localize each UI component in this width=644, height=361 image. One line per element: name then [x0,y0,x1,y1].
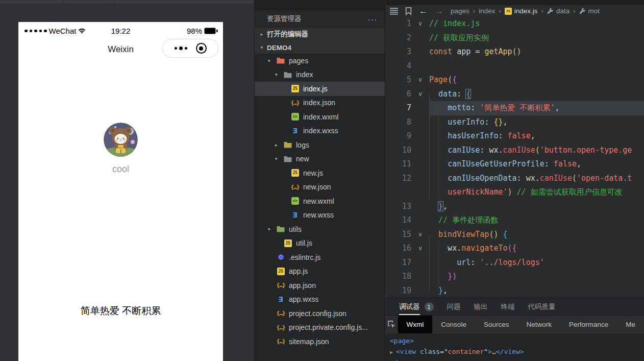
chevron-down-icon[interactable]: ▾ [275,72,283,77]
tree-item-project.config.json[interactable]: {…}project.config.json [255,306,385,321]
tree-item-new.wxss[interactable]: Ǝnew.wxss [255,208,385,223]
code-line-14[interactable]: 14 // 事件处理函数 [386,213,644,228]
tree-item-new.wxml[interactable]: <>new.wxml [255,194,385,208]
fold-chevron-icon[interactable]: ∨ [411,228,429,242]
tree-item-app.json[interactable]: {…}app.json [255,278,385,293]
code-line-2[interactable]: 2// 获取应用实例 [386,31,644,45]
tree-item-new.js[interactable]: JSnew.js [255,166,385,180]
code-token: { [503,230,508,239]
js-icon: JS [290,85,300,92]
element-picker-icon[interactable] [386,319,398,330]
navigate-back-icon[interactable]: ← [419,7,428,15]
code-line-6[interactable]: 6∨ data: { [386,87,644,102]
wxml-node[interactable]: <page> [390,335,644,346]
devtools-tab-Sources[interactable]: Sources [475,316,518,333]
devtools-tab-Me[interactable]: Me [617,316,644,333]
code-line-3[interactable]: 3const app = getApp() [386,45,644,59]
code-line-4[interactable]: 4 [386,59,644,74]
fold-spacer [411,185,429,200]
chevron-right-icon[interactable]: ▸ [275,142,283,148]
tree-item-logs[interactable]: ▸logs [255,138,385,152]
code-line-13[interactable]: 13 }, [386,200,644,214]
fold-spacer [411,143,429,158]
tab-label: 终端 [501,302,515,311]
code-line-18[interactable]: 18 }) [386,270,644,284]
close-target-icon[interactable] [196,43,207,54]
tree-item-new.json[interactable]: {…}new.json [255,180,385,195]
breadcrumb-item-mot[interactable]: mot [579,7,600,15]
fold-chevron-icon[interactable]: ∨ [411,17,429,31]
debugger-tab-输出[interactable]: 输出 [474,298,488,315]
code-text: // 事件处理函数 [429,213,644,228]
code-line-5[interactable]: 5∨Page({ [386,73,644,87]
code-token: ( [535,146,540,155]
explorer-more-icon[interactable]: ··· [368,15,378,23]
tree-item-sitemap.json[interactable]: {…}sitemap.json [255,334,385,349]
code-line-wrap[interactable]: userNickName') // 如需尝试获取用户信息可改 [386,185,644,200]
tree-item-pages[interactable]: ▾pages [255,54,385,68]
debugger-tab-代码质量[interactable]: 代码质量 [528,298,556,315]
user-avatar[interactable] [104,123,138,157]
tree-item-project.private.config.js...[interactable]: {…}project.private.config.js... [255,321,385,335]
code-line-7[interactable]: 7 motto: '简单热爱 不断积累', [386,101,644,115]
outline-list-icon[interactable] [390,8,398,15]
fold-chevron-icon[interactable]: ∨ [411,73,429,87]
code-line-17[interactable]: 17 url: '../logs/logs' [386,256,644,270]
code-line-19[interactable]: 19 }, [386,284,644,298]
code-line-1[interactable]: 1∨// index.js [386,17,644,31]
tree-item-new[interactable]: ▾new [255,152,385,166]
chevron-down-icon[interactable]: ▾ [275,156,283,161]
code-token: : [470,103,480,112]
devtools-tab-Console[interactable]: Console [432,316,475,333]
tree-item-app.js[interactable]: JSapp.js [255,264,385,279]
chevron-down-icon[interactable]: ▾ [268,58,276,63]
tree-item-app.wxss[interactable]: Ǝapp.wxss [255,293,385,307]
tree-item-index.wxss[interactable]: Ǝindex.wxss [255,124,385,138]
motto-text: 简单热爱 不断积累 [18,304,223,318]
tree-item-index.wxml[interactable]: <>index.wxml [255,110,385,124]
line-number: 13 [386,200,411,214]
debugger-tab-终端[interactable]: 终端 [501,298,515,315]
open-editors-section[interactable]: ▸ 打开的编辑器 [255,28,385,41]
code-line-12[interactable]: 12 canIUseOpenData: wx.canIUse('open-dat… [386,172,644,186]
devtools-tab-Performance[interactable]: Performance [560,316,617,333]
chevron-down-icon[interactable]: ▾ [268,227,276,232]
breadcrumb-separator: › [541,7,543,15]
devtools-tab-Network[interactable]: Network [517,316,560,333]
debugger-tab-问题[interactable]: 问题 [447,298,461,315]
tree-item-utils[interactable]: ▾utils [255,222,385,236]
tree-item-util.js[interactable]: JSutil.js [255,236,385,251]
debugger-tab-调试器[interactable]: 调试器1 [399,298,434,315]
wxml-node[interactable]: </page> [390,357,644,361]
capsule-button[interactable] [162,39,218,58]
code-line-10[interactable]: 10 canIUse: wx.canIUse('button.open-type… [386,143,644,158]
breadcrumb-item-index.js[interactable]: JSindex.js [505,7,538,15]
code-token: canIUseOpenData [448,174,516,183]
code-line-16[interactable]: 16∨ wx.navigateTo({ [386,242,644,256]
wxml-inspector[interactable]: <page>▶ <view class="container">…</view>… [386,333,644,361]
code-line-15[interactable]: 15∨ bindViewTap() { [386,228,644,242]
tree-item-.eslintrc.js[interactable]: .eslintrc.js [255,250,385,264]
code-token: '../logs/logs' [480,258,544,267]
code-line-8[interactable]: 8 userInfo: {}, [386,115,644,130]
breadcrumb-item-pages[interactable]: pages [451,7,469,15]
devtools-tab-Wxml[interactable]: Wxml [398,316,433,333]
fold-chevron-icon[interactable]: ∨ [411,87,429,102]
explorer-header: 资源管理器 ··· [255,10,385,28]
wxml-node[interactable]: ▶ <view class="container">…</view> [390,346,644,357]
tree-item-index.json[interactable]: {…}index.json [255,96,385,110]
code-line-9[interactable]: 9 hasUserInfo: false, [386,129,644,143]
fold-chevron-icon[interactable]: ∨ [411,242,429,256]
navigate-forward-icon[interactable]: → [435,7,443,15]
code-area[interactable]: 1∨// index.js2// 获取应用实例3const app = getA… [386,17,644,298]
code-token: : [484,117,493,127]
breadcrumb-item-index[interactable]: index [479,7,495,15]
breadcrumb-item-data[interactable]: data [547,7,569,15]
bookmark-icon[interactable] [405,7,412,15]
project-root-section[interactable]: ▾ DEMO4 [255,41,385,54]
code-line-11[interactable]: 11 canIUseGetUserProfile: false, [386,157,644,172]
more-options-icon[interactable] [175,46,187,50]
tree-item-index[interactable]: ▾index [255,68,385,82]
tree-item-index.js[interactable]: JSindex.js [255,82,385,96]
expand-arrow-icon[interactable]: ▶ [390,349,396,355]
